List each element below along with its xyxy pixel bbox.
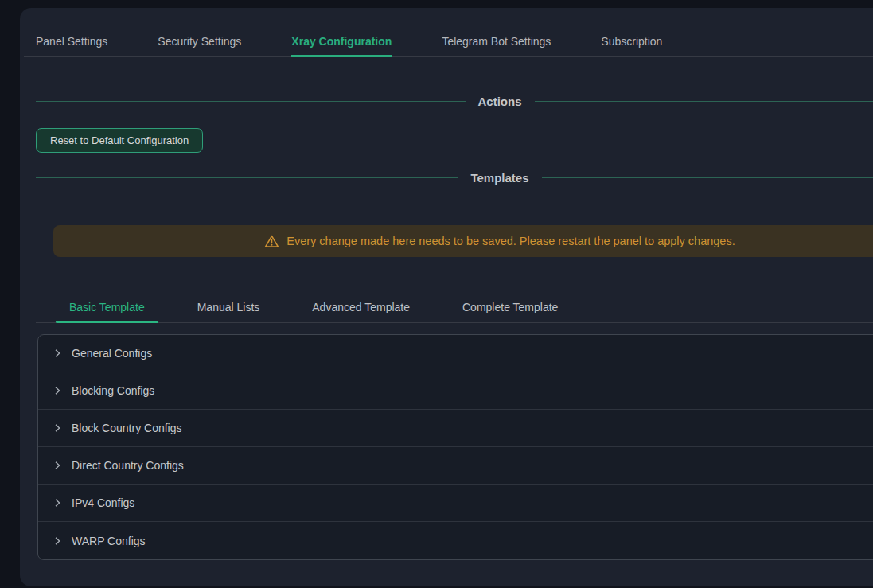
tab-telegram-bot-settings[interactable]: Telegram Bot Settings — [442, 25, 551, 56]
collapse-row-warp-configs[interactable]: WARP Configs — [38, 522, 873, 559]
tab-manual-lists[interactable]: Manual Lists — [184, 293, 274, 322]
templates-divider-title: Templates — [470, 171, 528, 185]
settings-tabbar: Panel Settings Security Settings Xray Co… — [24, 25, 873, 57]
collapse-row-direct-country-configs[interactable]: Direct Country Configs — [38, 447, 873, 485]
collapse-row-label: Block Country Configs — [72, 422, 182, 434]
actions-divider-title: Actions — [478, 95, 522, 108]
warning-icon — [264, 234, 279, 249]
restart-warning-banner: Every change made here needs to be saved… — [53, 225, 873, 257]
collapse-row-label: General Configs — [72, 347, 152, 360]
settings-page: Panel Settings Security Settings Xray Co… — [0, 0, 873, 588]
settings-card: Panel Settings Security Settings Xray Co… — [20, 8, 873, 586]
reset-to-default-button[interactable]: Reset to Default Configuration — [36, 128, 203, 153]
collapse-row-block-country-configs[interactable]: Block Country Configs — [38, 410, 873, 447]
collapse-row-ipv4-configs[interactable]: IPv4 Configs — [38, 485, 873, 522]
collapse-row-label: Blocking Configs — [72, 384, 154, 397]
tab-subscription[interactable]: Subscription — [601, 25, 662, 56]
templates-divider: Templates — [36, 169, 873, 186]
tab-advanced-template[interactable]: Advanced Template — [298, 293, 423, 322]
actions-divider: Actions — [36, 92, 873, 110]
collapse-row-label: WARP Configs — [72, 535, 146, 547]
collapse-row-blocking-configs[interactable]: Blocking Configs — [38, 372, 873, 410]
chevron-right-icon — [53, 461, 62, 470]
collapse-row-label: IPv4 Configs — [72, 496, 134, 509]
tab-basic-template[interactable]: Basic Template — [56, 293, 158, 322]
tab-complete-template[interactable]: Complete Template — [449, 293, 571, 322]
warning-text: Every change made here needs to be saved… — [286, 235, 735, 247]
tab-panel-settings[interactable]: Panel Settings — [36, 25, 107, 56]
collapse-row-general-configs[interactable]: General Configs — [38, 335, 873, 372]
chevron-right-icon — [53, 386, 62, 395]
config-collapse-list: General Configs Blocking Configs Block C… — [37, 334, 873, 560]
tab-security-settings[interactable]: Security Settings — [158, 25, 241, 56]
chevron-right-icon — [53, 498, 62, 508]
chevron-right-icon — [53, 423, 62, 433]
chevron-right-icon — [53, 349, 62, 358]
chevron-right-icon — [53, 536, 62, 546]
template-tabbar: Basic Template Manual Lists Advanced Tem… — [36, 293, 873, 323]
collapse-row-label: Direct Country Configs — [72, 459, 184, 472]
tab-xray-configuration[interactable]: Xray Configuration — [291, 25, 392, 57]
